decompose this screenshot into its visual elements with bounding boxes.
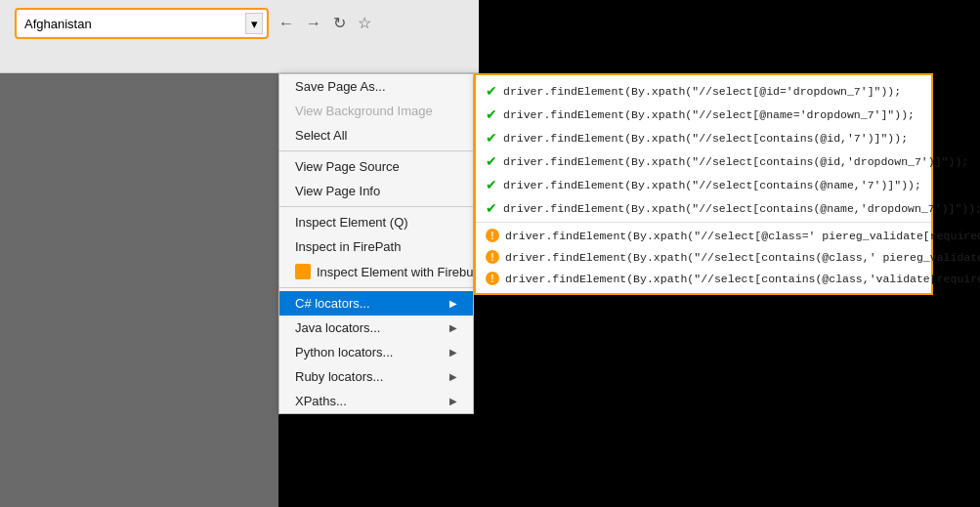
check-icon-1: ✔ bbox=[486, 83, 497, 99]
reload-button[interactable]: ↻ bbox=[333, 14, 346, 32]
check-icon-5: ✔ bbox=[486, 177, 497, 192]
submenu-item-8[interactable]: ! driver.findElement(By.xpath("//select[… bbox=[476, 246, 931, 268]
submenu-item-1[interactable]: ✔ driver.findElement(By.xpath("//select[… bbox=[476, 79, 931, 103]
firebug-icon bbox=[295, 264, 311, 279]
context-menu-item-ruby-locators[interactable]: Ruby locators... ▶ bbox=[279, 364, 473, 389]
context-menu: Save Page As... View Background Image Se… bbox=[278, 73, 474, 414]
context-menu-item-view-background-image: View Background Image bbox=[279, 99, 473, 123]
context-menu-item-csharp-locators[interactable]: C# locators... ▶ bbox=[279, 291, 473, 316]
context-menu-item-xpaths[interactable]: XPaths... ▶ bbox=[279, 389, 473, 413]
submenu-item-9[interactable]: ! driver.findElement(By.xpath("//select[… bbox=[476, 268, 931, 289]
context-menu-item-save-page-as[interactable]: Save Page As... bbox=[279, 74, 473, 99]
forward-button[interactable]: → bbox=[306, 15, 321, 32]
context-menu-item-inspect-element[interactable]: Inspect Element (Q) bbox=[279, 210, 473, 234]
submenu-item-2[interactable]: ✔ driver.findElement(By.xpath("//select[… bbox=[476, 103, 931, 126]
context-menu-item-view-page-source[interactable]: View Page Source bbox=[279, 154, 473, 179]
submenu-item-6[interactable]: ✔ driver.findElement(By.xpath("//select[… bbox=[476, 196, 931, 220]
warn-icon-2: ! bbox=[486, 250, 499, 264]
address-bar[interactable]: ▾ bbox=[15, 8, 269, 39]
submenu-arrow-ruby: ▶ bbox=[449, 371, 457, 382]
check-icon-4: ✔ bbox=[486, 153, 497, 169]
check-icon-6: ✔ bbox=[486, 200, 497, 216]
context-menu-item-python-locators[interactable]: Python locators... ▶ bbox=[279, 340, 473, 364]
back-button[interactable]: ← bbox=[278, 15, 294, 32]
context-menu-item-inspect-firebug[interactable]: Inspect Element with Firebug bbox=[279, 259, 473, 284]
warn-icon-3: ! bbox=[486, 272, 499, 285]
check-icon-3: ✔ bbox=[486, 130, 497, 146]
address-dropdown-button[interactable]: ▾ bbox=[245, 13, 263, 34]
star-button[interactable]: ☆ bbox=[358, 14, 371, 32]
submenu-arrow-csharp: ▶ bbox=[449, 298, 457, 309]
submenu-panel: ✔ driver.findElement(By.xpath("//select[… bbox=[474, 73, 933, 295]
context-menu-item-select-all[interactable]: Select All bbox=[279, 123, 473, 148]
separator-3 bbox=[279, 287, 473, 288]
submenu-arrow-java: ▶ bbox=[449, 322, 457, 333]
submenu-item-3[interactable]: ✔ driver.findElement(By.xpath("//select[… bbox=[476, 126, 931, 149]
nav-buttons: ← → ↻ ☆ bbox=[278, 14, 371, 32]
submenu-item-4[interactable]: ✔ driver.findElement(By.xpath("//select[… bbox=[476, 149, 931, 173]
submenu-arrow-xpaths: ▶ bbox=[449, 396, 457, 406]
context-menu-item-java-locators[interactable]: Java locators... ▶ bbox=[279, 316, 473, 340]
separator-1 bbox=[279, 150, 473, 151]
context-menu-item-view-page-info[interactable]: View Page Info bbox=[279, 179, 473, 203]
submenu-separator bbox=[476, 222, 931, 223]
check-icon-2: ✔ bbox=[486, 106, 497, 122]
submenu-arrow-python: ▶ bbox=[449, 347, 457, 358]
warn-icon-1: ! bbox=[486, 229, 499, 242]
address-input[interactable] bbox=[24, 17, 259, 31]
browser-chrome: ▾ ← → ↻ ☆ bbox=[0, 0, 479, 73]
dark-background-bottom bbox=[0, 73, 278, 507]
separator-2 bbox=[279, 206, 473, 207]
submenu-item-5[interactable]: ✔ driver.findElement(By.xpath("//select[… bbox=[476, 173, 931, 196]
context-menu-item-inspect-firepath[interactable]: Inspect in FirePath bbox=[279, 234, 473, 259]
submenu-item-7[interactable]: ! driver.findElement(By.xpath("//select[… bbox=[476, 225, 931, 246]
